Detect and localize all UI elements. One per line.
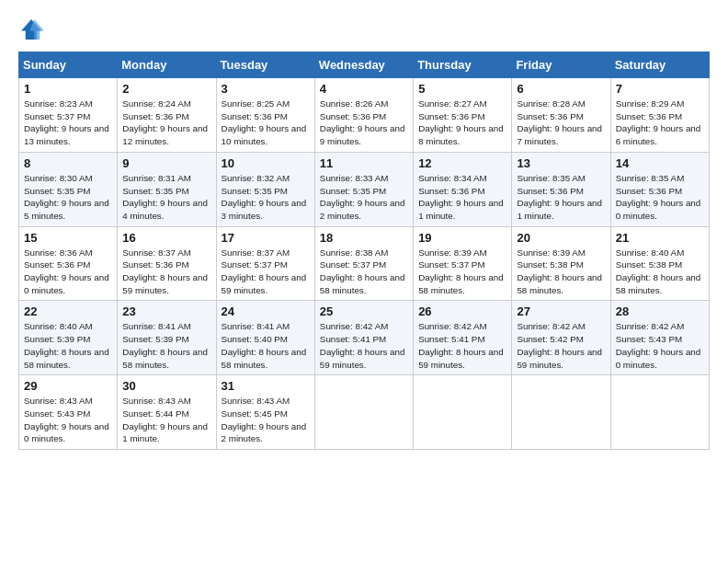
header bbox=[18, 17, 710, 42]
calendar-cell bbox=[512, 375, 610, 450]
sunrise-label: Sunrise: 8:41 AM bbox=[222, 321, 290, 331]
sunrise-label: Sunrise: 8:26 AM bbox=[320, 98, 389, 109]
sunset-label: Sunset: 5:45 PM bbox=[222, 408, 288, 419]
day-number: 1 bbox=[24, 82, 112, 96]
sunrise-label: Sunrise: 8:24 AM bbox=[122, 98, 191, 109]
day-info: Sunrise: 8:27 AM Sunset: 5:36 PM Dayligh… bbox=[418, 98, 506, 148]
calendar-cell: 28 Sunrise: 8:42 AM Sunset: 5:43 PM Dayl… bbox=[610, 301, 709, 375]
calendar-cell: 17 Sunrise: 8:37 AM Sunset: 5:37 PM Dayl… bbox=[216, 226, 314, 301]
sunrise-label: Sunrise: 8:32 AM bbox=[222, 173, 290, 183]
day-info: Sunrise: 8:39 AM Sunset: 5:37 PM Dayligh… bbox=[418, 247, 506, 297]
day-info: Sunrise: 8:23 AM Sunset: 5:37 PM Dayligh… bbox=[24, 98, 112, 148]
day-number: 5 bbox=[418, 82, 506, 96]
sunrise-label: Sunrise: 8:31 AM bbox=[122, 173, 191, 183]
sunrise-label: Sunrise: 8:43 AM bbox=[122, 396, 191, 406]
calendar-cell: 31 Sunrise: 8:43 AM Sunset: 5:45 PM Dayl… bbox=[216, 375, 314, 450]
sunrise-label: Sunrise: 8:33 AM bbox=[320, 173, 389, 183]
weekday-header-monday: Monday bbox=[118, 52, 216, 78]
daylight-label: Daylight: 9 hours and 2 minutes. bbox=[222, 421, 307, 444]
day-number: 4 bbox=[320, 82, 408, 96]
day-info: Sunrise: 8:32 AM Sunset: 5:35 PM Dayligh… bbox=[222, 172, 310, 223]
calendar-cell: 3 Sunrise: 8:25 AM Sunset: 5:36 PM Dayli… bbox=[216, 78, 314, 153]
sunrise-label: Sunrise: 8:42 AM bbox=[616, 321, 685, 331]
day-number: 17 bbox=[222, 231, 310, 245]
sunrise-label: Sunrise: 8:29 AM bbox=[616, 98, 685, 109]
calendar-cell: 20 Sunrise: 8:39 AM Sunset: 5:38 PM Dayl… bbox=[512, 226, 610, 301]
calendar-cell: 10 Sunrise: 8:32 AM Sunset: 5:35 PM Dayl… bbox=[216, 152, 314, 226]
day-number: 12 bbox=[418, 156, 506, 170]
day-number: 2 bbox=[122, 82, 210, 96]
calendar-week-row: 22 Sunrise: 8:40 AM Sunset: 5:39 PM Dayl… bbox=[19, 301, 710, 375]
daylight-label: Daylight: 9 hours and 0 minutes. bbox=[616, 347, 701, 370]
day-info: Sunrise: 8:41 AM Sunset: 5:39 PM Dayligh… bbox=[122, 320, 210, 371]
sunset-label: Sunset: 5:36 PM bbox=[320, 111, 386, 121]
sunset-label: Sunset: 5:36 PM bbox=[616, 111, 682, 121]
day-info: Sunrise: 8:29 AM Sunset: 5:36 PM Dayligh… bbox=[616, 98, 704, 148]
daylight-label: Daylight: 8 hours and 58 minutes. bbox=[320, 272, 405, 295]
daylight-label: Daylight: 8 hours and 58 minutes. bbox=[418, 272, 504, 295]
day-info: Sunrise: 8:35 AM Sunset: 5:36 PM Dayligh… bbox=[517, 172, 605, 223]
sunset-label: Sunset: 5:42 PM bbox=[517, 334, 583, 344]
daylight-label: Daylight: 8 hours and 58 minutes. bbox=[122, 347, 208, 370]
calendar-table: SundayMondayTuesdayWednesdayThursdayFrid… bbox=[18, 52, 710, 450]
weekday-header-tuesday: Tuesday bbox=[216, 52, 314, 78]
calendar-cell: 16 Sunrise: 8:37 AM Sunset: 5:36 PM Dayl… bbox=[118, 226, 216, 301]
day-number: 11 bbox=[320, 156, 408, 170]
daylight-label: Daylight: 9 hours and 10 minutes. bbox=[222, 123, 307, 146]
sunrise-label: Sunrise: 8:30 AM bbox=[24, 173, 93, 183]
sunrise-label: Sunrise: 8:42 AM bbox=[320, 321, 389, 331]
calendar-cell: 22 Sunrise: 8:40 AM Sunset: 5:39 PM Dayl… bbox=[19, 301, 118, 375]
sunset-label: Sunset: 5:40 PM bbox=[222, 334, 288, 344]
daylight-label: Daylight: 9 hours and 1 minute. bbox=[418, 198, 504, 221]
calendar-cell: 27 Sunrise: 8:42 AM Sunset: 5:42 PM Dayl… bbox=[512, 301, 610, 375]
day-info: Sunrise: 8:43 AM Sunset: 5:43 PM Dayligh… bbox=[24, 395, 112, 445]
day-number: 13 bbox=[517, 156, 605, 170]
calendar-cell: 26 Sunrise: 8:42 AM Sunset: 5:41 PM Dayl… bbox=[414, 301, 512, 375]
sunset-label: Sunset: 5:43 PM bbox=[24, 408, 90, 419]
calendar-cell: 1 Sunrise: 8:23 AM Sunset: 5:37 PM Dayli… bbox=[19, 78, 118, 153]
calendar-cell: 23 Sunrise: 8:41 AM Sunset: 5:39 PM Dayl… bbox=[118, 301, 216, 375]
day-info: Sunrise: 8:39 AM Sunset: 5:38 PM Dayligh… bbox=[517, 247, 605, 297]
calendar-cell: 21 Sunrise: 8:40 AM Sunset: 5:38 PM Dayl… bbox=[610, 226, 709, 301]
day-number: 21 bbox=[616, 231, 704, 245]
sunrise-label: Sunrise: 8:43 AM bbox=[222, 396, 290, 406]
day-number: 9 bbox=[122, 156, 210, 170]
day-info: Sunrise: 8:24 AM Sunset: 5:36 PM Dayligh… bbox=[122, 98, 210, 148]
daylight-label: Daylight: 8 hours and 59 minutes. bbox=[418, 347, 504, 370]
day-info: Sunrise: 8:41 AM Sunset: 5:40 PM Dayligh… bbox=[222, 320, 310, 371]
daylight-label: Daylight: 8 hours and 58 minutes. bbox=[616, 272, 701, 295]
sunset-label: Sunset: 5:35 PM bbox=[24, 186, 90, 196]
weekday-header-thursday: Thursday bbox=[414, 52, 512, 78]
daylight-label: Daylight: 9 hours and 4 minutes. bbox=[122, 198, 208, 221]
day-number: 18 bbox=[320, 231, 408, 245]
sunset-label: Sunset: 5:36 PM bbox=[616, 186, 682, 196]
day-number: 28 bbox=[616, 304, 704, 318]
sunrise-label: Sunrise: 8:35 AM bbox=[616, 173, 685, 183]
sunrise-label: Sunrise: 8:40 AM bbox=[616, 247, 685, 258]
calendar-cell: 13 Sunrise: 8:35 AM Sunset: 5:36 PM Dayl… bbox=[512, 152, 610, 226]
daylight-label: Daylight: 8 hours and 58 minutes. bbox=[222, 347, 307, 370]
calendar-cell: 8 Sunrise: 8:30 AM Sunset: 5:35 PM Dayli… bbox=[19, 152, 118, 226]
day-info: Sunrise: 8:31 AM Sunset: 5:35 PM Dayligh… bbox=[122, 172, 210, 223]
sunrise-label: Sunrise: 8:40 AM bbox=[24, 321, 93, 331]
calendar-cell: 5 Sunrise: 8:27 AM Sunset: 5:36 PM Dayli… bbox=[414, 78, 512, 153]
day-number: 23 bbox=[122, 304, 210, 318]
calendar-header-row: SundayMondayTuesdayWednesdayThursdayFrid… bbox=[19, 52, 710, 78]
day-info: Sunrise: 8:37 AM Sunset: 5:37 PM Dayligh… bbox=[222, 247, 310, 297]
page: SundayMondayTuesdayWednesdayThursdayFrid… bbox=[0, 0, 728, 563]
sunset-label: Sunset: 5:37 PM bbox=[24, 111, 90, 121]
sunset-label: Sunset: 5:41 PM bbox=[320, 334, 386, 344]
sunrise-label: Sunrise: 8:35 AM bbox=[517, 173, 586, 183]
calendar-cell: 6 Sunrise: 8:28 AM Sunset: 5:36 PM Dayli… bbox=[512, 78, 610, 153]
weekday-header-sunday: Sunday bbox=[19, 52, 118, 78]
sunrise-label: Sunrise: 8:27 AM bbox=[418, 98, 487, 109]
day-number: 29 bbox=[24, 379, 112, 393]
weekday-header-wednesday: Wednesday bbox=[314, 52, 413, 78]
sunrise-label: Sunrise: 8:36 AM bbox=[24, 247, 93, 258]
calendar-cell bbox=[414, 375, 512, 450]
calendar-cell: 24 Sunrise: 8:41 AM Sunset: 5:40 PM Dayl… bbox=[216, 301, 314, 375]
daylight-label: Daylight: 8 hours and 59 minutes. bbox=[222, 272, 307, 295]
day-info: Sunrise: 8:40 AM Sunset: 5:38 PM Dayligh… bbox=[616, 247, 704, 297]
day-info: Sunrise: 8:43 AM Sunset: 5:44 PM Dayligh… bbox=[122, 395, 210, 445]
day-number: 10 bbox=[222, 156, 310, 170]
